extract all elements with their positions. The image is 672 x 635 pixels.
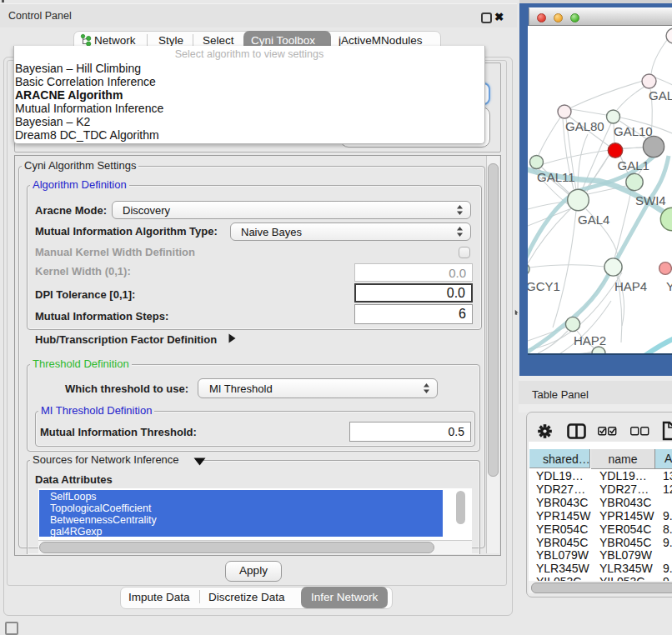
svg-text:GAL80: GAL80: [565, 119, 604, 133]
svg-text:GAL1: GAL1: [618, 158, 649, 172]
svg-text:GAL7: GAL7: [649, 88, 672, 102]
svg-text:GCY1: GCY1: [528, 279, 560, 293]
svg-text:GAL4: GAL4: [578, 212, 609, 227]
svg-text:SWI4: SWI4: [635, 193, 666, 208]
svg-text:GAL10: GAL10: [614, 124, 653, 138]
svg-text:HAP2: HAP2: [574, 333, 606, 348]
svg-text:Y: Y: [666, 279, 672, 293]
svg-text:GAL11: GAL11: [537, 170, 575, 184]
svg-text:HAP4: HAP4: [614, 279, 647, 293]
